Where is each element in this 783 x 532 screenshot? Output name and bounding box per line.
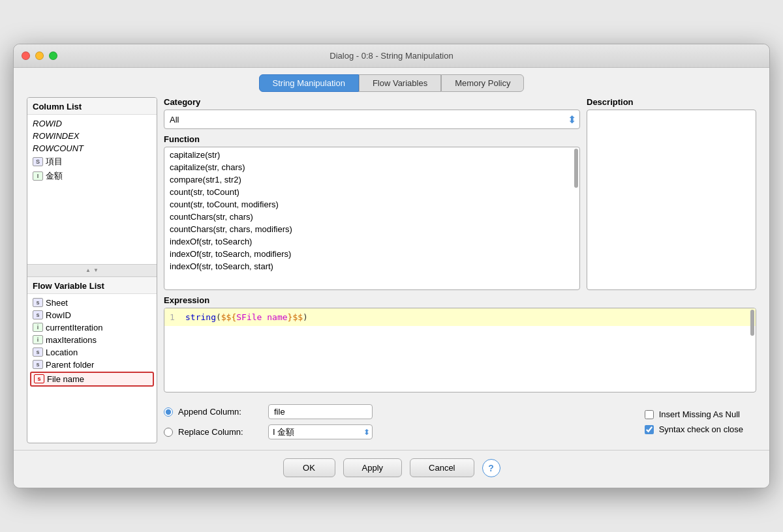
- main-area: Column List ROWID ROWINDEX ROWCOUNT S: [27, 97, 756, 443]
- close-button[interactable]: [22, 52, 30, 60]
- help-button[interactable]: ?: [482, 459, 500, 477]
- minimize-button[interactable]: [35, 52, 44, 60]
- category-select-wrap: All String Math Date Logic ⬍: [164, 110, 580, 129]
- syntax-check-label: Syntax check on close: [659, 424, 743, 434]
- item-label: maxIterations: [46, 335, 97, 345]
- window-title: Dialog - 0:8 - String Manipulation: [330, 51, 453, 61]
- right-checkboxes: Insert Missing As Null Syntax check on c…: [645, 409, 756, 434]
- list-item[interactable]: ROWCOUNT: [27, 142, 157, 155]
- append-column-row: Append Column:: [164, 404, 645, 419]
- footer: OK Apply Cancel ?: [14, 450, 769, 488]
- append-column-label: Append Column:: [178, 407, 263, 417]
- list-item[interactable]: i currentIteration: [27, 321, 157, 334]
- list-item[interactable]: s Location: [27, 346, 157, 359]
- function-item[interactable]: capitalize(str): [164, 149, 579, 161]
- insert-missing-row: Insert Missing As Null: [645, 409, 743, 419]
- append-column-radio[interactable]: [164, 407, 173, 417]
- replace-column-row: Replace Column: I 金額 ⬍: [164, 424, 645, 439]
- tab-memory-policy[interactable]: Memory Policy: [441, 74, 524, 92]
- list-item[interactable]: S 項目: [27, 155, 157, 169]
- flow-variable-list-items: s Sheet s RowID i currentIteration i: [27, 294, 157, 443]
- main-window: Dialog - 0:8 - String Manipulation Strin…: [13, 44, 770, 488]
- function-item[interactable]: indexOf(str, toSearch): [164, 235, 579, 248]
- list-item[interactable]: ROWINDEX: [27, 130, 157, 142]
- replace-column-select[interactable]: I 金額: [268, 424, 373, 439]
- list-item[interactable]: i maxIterations: [27, 334, 157, 346]
- replace-column-radio[interactable]: [164, 428, 173, 437]
- list-item[interactable]: ROWID: [27, 117, 157, 130]
- integer-badge: i: [33, 323, 43, 332]
- rowid-label: ROWID: [33, 119, 62, 128]
- item-label: 金額: [46, 170, 63, 182]
- tab-bar: String Manipulation Flow Variables Memor…: [14, 68, 769, 97]
- expression-label: Expression: [164, 295, 756, 305]
- ok-button[interactable]: OK: [283, 458, 335, 477]
- append-column-input[interactable]: [268, 404, 373, 419]
- function-item[interactable]: compare(str1, str2): [164, 173, 579, 186]
- function-item[interactable]: countChars(str, chars, modifiers): [164, 223, 579, 235]
- expr-var-delim-open: $${: [221, 312, 236, 322]
- radio-group: Append Column: Replace Column: I 金額 ⬍: [164, 404, 645, 439]
- string-badge: s: [33, 347, 43, 357]
- tab-string-manipulation[interactable]: String Manipulation: [259, 74, 359, 92]
- bottom-controls: Append Column: Replace Column: I 金額 ⬍: [164, 398, 756, 443]
- expr-scrollbar[interactable]: [750, 310, 754, 336]
- rowindex-label: ROWINDEX: [33, 131, 80, 141]
- function-item[interactable]: countChars(str, chars): [164, 211, 579, 223]
- item-label: Sheet: [46, 298, 68, 308]
- function-item[interactable]: count(str, toCount, modifiers): [164, 198, 579, 211]
- flow-variable-section: Flow Variable List s Sheet s RowID i cur: [27, 277, 157, 443]
- category-select[interactable]: All String Math Date Logic: [164, 110, 580, 129]
- integer-badge: I: [33, 171, 43, 181]
- highlighted-list-item[interactable]: s File name: [30, 372, 154, 387]
- expr-paren-close: ): [303, 312, 308, 322]
- content-area: Column List ROWID ROWINDEX ROWCOUNT S: [14, 97, 769, 450]
- insert-missing-label: Insert Missing As Null: [659, 409, 740, 419]
- description-box: [587, 110, 756, 290]
- rowcount-label: ROWCOUNT: [33, 143, 84, 153]
- insert-missing-checkbox[interactable]: [645, 410, 654, 419]
- integer-badge: i: [33, 335, 43, 344]
- replace-column-label: Replace Column:: [178, 427, 263, 437]
- right-panel: Category All String Math Date Logic ⬍: [164, 97, 756, 443]
- panel-resizer[interactable]: ▲ ▼: [27, 264, 157, 277]
- list-item[interactable]: s RowID: [27, 309, 157, 321]
- line-number: 1: [170, 312, 177, 322]
- apply-button[interactable]: Apply: [343, 458, 403, 477]
- syntax-check-checkbox[interactable]: [645, 425, 654, 434]
- expr-var-delim-close: }$$: [288, 312, 303, 322]
- description-panel: Description: [587, 97, 756, 290]
- function-item[interactable]: count(str, toCount): [164, 186, 579, 198]
- cancel-button[interactable]: Cancel: [410, 458, 474, 477]
- item-label: Parent folder: [46, 360, 94, 370]
- titlebar: Dialog - 0:8 - String Manipulation: [14, 44, 769, 68]
- item-label: Location: [46, 347, 78, 357]
- item-label: File name: [47, 374, 84, 384]
- function-list[interactable]: capitalize(str) capitalize(str, chars) c…: [164, 147, 580, 290]
- function-scrollbar[interactable]: [574, 149, 578, 188]
- column-list-section: Column List ROWID ROWINDEX ROWCOUNT S: [27, 98, 157, 264]
- tab-flow-variables[interactable]: Flow Variables: [359, 74, 441, 92]
- function-item[interactable]: indexOf(str, toSearch, start): [164, 260, 579, 273]
- list-item[interactable]: I 金額: [27, 169, 157, 183]
- maximize-button[interactable]: [49, 52, 57, 60]
- item-label: currentIteration: [46, 323, 102, 332]
- top-right-area: Category All String Math Date Logic ⬍: [164, 97, 756, 290]
- list-item[interactable]: s Sheet: [27, 297, 157, 309]
- down-arrow-icon: ▼: [93, 267, 99, 273]
- string-badge: s: [33, 360, 43, 369]
- function-item[interactable]: indexOf(str, toSearch, modifiers): [164, 248, 579, 260]
- traffic-lights: [22, 52, 57, 60]
- string-badge: s: [33, 298, 43, 307]
- item-label: 項目: [46, 156, 63, 168]
- function-item[interactable]: capitalize(str, chars): [164, 161, 579, 173]
- description-label: Description: [587, 97, 756, 107]
- string-badge-red: s: [34, 374, 44, 383]
- column-list-header: Column List: [27, 98, 157, 115]
- expr-var-name: SFile name: [236, 312, 287, 322]
- expression-panel: Expression 1 string ( $${ SFile name }$$…: [164, 295, 756, 392]
- column-list-items: ROWID ROWINDEX ROWCOUNT S 項目: [27, 115, 157, 264]
- list-item[interactable]: s Parent folder: [27, 359, 157, 371]
- expression-editor[interactable]: 1 string ( $${ SFile name }$$ ): [164, 308, 756, 392]
- string-badge: s: [33, 310, 43, 319]
